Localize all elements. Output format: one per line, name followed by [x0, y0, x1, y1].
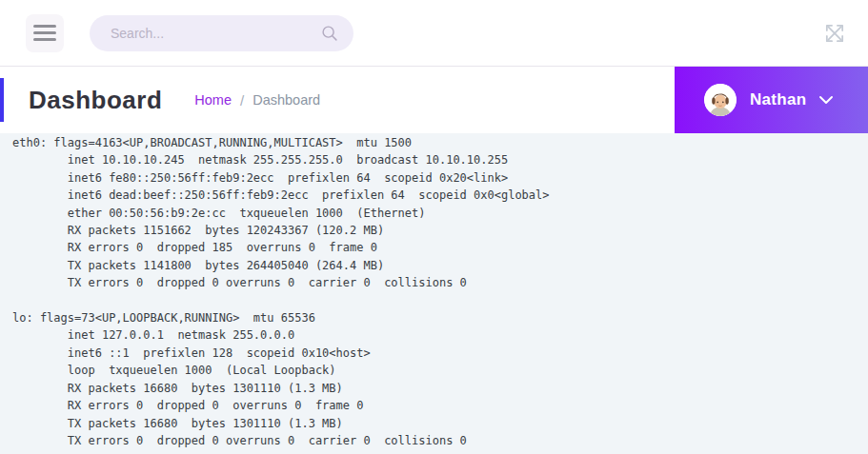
terminal-section: eth0: flags=4163<UP,BROADCAST,RUNNING,MU…	[0, 133, 868, 454]
breadcrumb-separator: /	[240, 92, 244, 109]
page-title: Dashboard	[29, 86, 162, 115]
fullscreen-button[interactable]	[821, 20, 848, 47]
user-name: Nathan	[750, 90, 806, 109]
top-navbar	[0, 0, 868, 67]
breadcrumb-current: Dashboard	[252, 92, 320, 108]
search-input[interactable]	[90, 15, 353, 51]
breadcrumb-home-link[interactable]: Home	[194, 92, 232, 108]
breadcrumb: Home / Dashboard	[194, 92, 320, 109]
hamburger-menu-button[interactable]	[26, 14, 64, 52]
avatar[interactable]	[704, 84, 737, 116]
title-accent-bar	[0, 78, 4, 122]
user-menu[interactable]: Nathan	[675, 67, 868, 133]
expand-arrows-icon	[821, 20, 848, 47]
search-icon[interactable]	[319, 23, 340, 44]
page-header: Dashboard Home / Dashboard	[0, 67, 868, 133]
chevron-down-icon	[818, 95, 834, 105]
terminal-output: eth0: flags=4163<UP,BROADCAST,RUNNING,MU…	[12, 134, 868, 449]
search-box	[90, 15, 353, 51]
